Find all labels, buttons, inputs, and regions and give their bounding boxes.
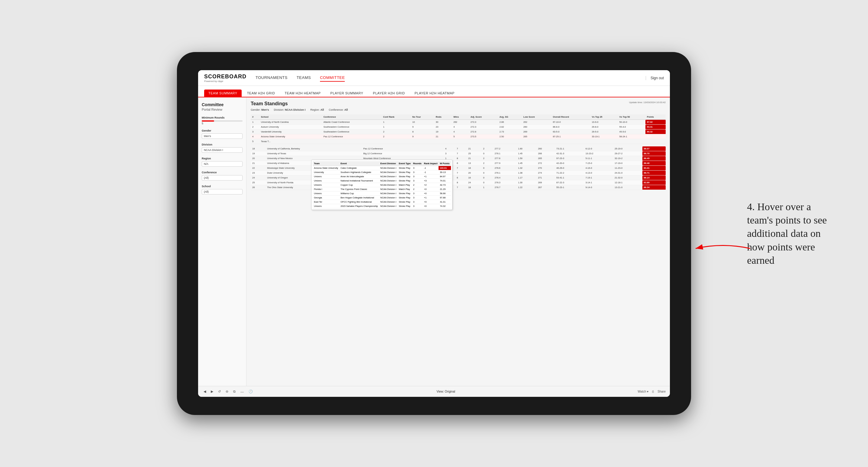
clock-button[interactable]: 🕐 <box>247 389 254 394</box>
cell-rank: 23 <box>251 170 266 176</box>
tooltip-row: Georgia Ben Hogan Collegiate Invitationa… <box>313 196 451 200</box>
cell-rank: 21 <box>251 161 266 166</box>
copy-button[interactable]: ⧉ <box>232 389 237 394</box>
nav-teams[interactable]: TEAMS <box>297 74 311 82</box>
tooltip-cell-div: NCAA Division I <box>379 166 397 170</box>
share-label[interactable]: Share <box>657 390 666 393</box>
table-row[interactable]: 19 University of Texas Big 12 Conference… <box>251 151 666 156</box>
cell-rank: 20 <box>251 156 266 161</box>
page-wrapper: SCOREBOARD Powered by clippi TOURNAMENTS… <box>0 0 868 467</box>
col-points: Points <box>645 114 666 120</box>
tooltip-row: Arizona State University Cabo Collegiate… <box>313 166 451 170</box>
tooltip-cell-rounds: 3 <box>412 196 423 200</box>
cell-low-score: 272 <box>536 161 555 166</box>
tab-player-summary[interactable]: PLAYER SUMMARY <box>326 90 368 97</box>
table-row-highlighted[interactable]: 4 Arizona State University Pac-12 Confer… <box>251 134 666 139</box>
tab-team-h2h-grid[interactable]: TEAM H2H GRID <box>243 90 279 97</box>
cell-vs-top25: 29-8-0 <box>590 125 618 129</box>
tab-team-h2h-heatmap[interactable]: TEAM H2H HEATMAP <box>280 90 325 97</box>
tab-player-h2h-grid[interactable]: PLAYER H2H GRID <box>369 90 409 97</box>
tooltip-cell-event: Ben Hogan Collegiate Invitational <box>339 196 379 200</box>
tooltip-cell-pts: 30-13 <box>438 170 451 175</box>
cell-no-tour: 9 <box>411 125 434 129</box>
cell-points[interactable]: 83.89 <box>642 180 666 185</box>
tooltip-cell-rank: +1 <box>423 196 439 200</box>
tooltip-cell-pts: 21.29 <box>438 187 451 191</box>
cell-points[interactable]: 97.02 <box>645 120 666 125</box>
tab-team-summary[interactable]: TEAM SUMMARY <box>204 90 242 97</box>
cell-wins: 5 <box>452 134 469 139</box>
toolbar-left: ◀ ▶ ↺ ⊖ ⧉ — 🕐 <box>202 389 254 394</box>
cell-points[interactable]: 88.07 <box>642 146 666 151</box>
cell-points[interactable]: 88.34 <box>642 185 666 190</box>
filter-region: Region N/A All <box>202 157 243 167</box>
cell-avg-sg: 1.32 <box>517 166 536 170</box>
conference-select[interactable]: (All) <box>202 175 243 181</box>
view-label[interactable]: View: Original <box>437 390 456 393</box>
division-select[interactable]: NCAA Division I NCAA Division II <box>202 147 243 153</box>
cell-points[interactable]: 90.32 <box>645 129 666 134</box>
nav-committee[interactable]: COMMITTEE <box>320 74 345 82</box>
cell-points[interactable]: 83.41 <box>642 166 666 170</box>
filter-label-division: Division <box>202 143 243 146</box>
forward-button[interactable]: ▶ <box>210 389 214 394</box>
tooltip-cell-rank: +0 <box>423 204 439 208</box>
gender-select[interactable]: Men's Women's <box>202 133 243 139</box>
tooltip-cell-rank: +0 <box>423 200 439 204</box>
cell-points[interactable]: 88.48 <box>642 161 666 166</box>
region-select[interactable]: N/A All <box>202 161 243 167</box>
table-row[interactable]: 5 Texas T... <box>251 139 666 144</box>
tooltip-cell-event: The Cypress Point Classic <box>339 187 379 191</box>
standings-title: Team Standings <box>251 101 348 106</box>
cell-points[interactable]: 88.70 <box>642 151 666 156</box>
cell-points[interactable]: 88.14 <box>642 176 666 180</box>
cell-avg-sg: 1.17 <box>517 176 536 180</box>
table-row[interactable]: 18 University of California, Berkeley Pa… <box>251 146 666 151</box>
table-row[interactable]: 3 Vanderbilt University Southeastern Con… <box>251 129 666 134</box>
tooltip-cell-type: Stroke Play <box>397 191 412 196</box>
toolbar-center: View: Original <box>437 390 456 393</box>
cell-adj-score: 278.1 <box>493 151 517 156</box>
cell-overall-record: 71-22-2 <box>555 170 584 176</box>
tooltip-cell-event: Southern Highlands Collegiate <box>339 170 379 175</box>
cell-points[interactable]: 93.31 <box>645 125 666 129</box>
nav-tournaments[interactable]: TOURNAMENTS <box>255 74 288 82</box>
cell-vs-top25: 13-9-0 <box>590 120 618 125</box>
cell-conference: Southeastern Conference <box>322 129 381 134</box>
cell-school: Vanderbilt University <box>259 129 322 134</box>
refresh-button[interactable]: ↺ <box>217 389 222 394</box>
filter-label-region: Region <box>202 157 243 160</box>
tooltip-row: Univers Amer Ari Intercollegiate NCAA Di… <box>313 175 451 179</box>
tooltip-cell-pts: 74.01 <box>438 179 451 183</box>
cell-conf-rank: 4 <box>444 146 455 151</box>
table-row[interactable]: 2 Auburn University Southeastern Confere… <box>251 125 666 129</box>
zoom-out-button[interactable]: ⊖ <box>224 389 229 394</box>
cell-low-score: 266 <box>536 151 555 156</box>
back-button[interactable]: ◀ <box>202 389 207 394</box>
cell-points[interactable]: 88.71 <box>642 170 666 176</box>
cell-points[interactable]: 78.5 <box>645 134 666 139</box>
cell-avg-sg: 1.50 <box>517 156 536 161</box>
tooltip-cell-rounds: 3 <box>412 191 423 196</box>
filter-gender: Gender Men's Women's <box>202 129 243 139</box>
sign-out-button[interactable]: Sign out <box>646 76 664 80</box>
annotation-area: 4. Hover over a team's points to see add… <box>747 200 838 267</box>
slider-track <box>202 120 243 122</box>
cell-conference: Pac-12 Conference <box>362 146 444 151</box>
cell-avg-sg: 2.86 <box>498 120 522 125</box>
tablet-screen: SCOREBOARD Powered by clippi TOURNAMENTS… <box>198 70 670 397</box>
cell-low-score: 265 <box>536 156 555 161</box>
cell-no-tour: 9 <box>411 134 434 139</box>
cell-no-tour: 6 <box>455 161 467 166</box>
tab-player-h2h-heatmap[interactable]: PLAYER H2H HEATMAP <box>410 90 459 97</box>
table-row[interactable]: 1 University of North Carolina Atlantic … <box>251 120 666 125</box>
cell-vs-top25: 5-11-1 <box>584 156 613 161</box>
cell-vs-top50: 11-23-0 <box>613 166 642 170</box>
cell-avg-sg: 1.45 <box>517 151 536 156</box>
min-rounds-slider[interactable] <box>202 120 243 122</box>
share-icon[interactable]: ⎙ <box>652 390 654 393</box>
dash-button[interactable]: — <box>239 389 245 394</box>
watch-label[interactable]: Watch ▾ <box>638 390 649 393</box>
cell-points[interactable]: 88.49 <box>642 156 666 161</box>
school-select[interactable]: (All) <box>202 189 243 194</box>
